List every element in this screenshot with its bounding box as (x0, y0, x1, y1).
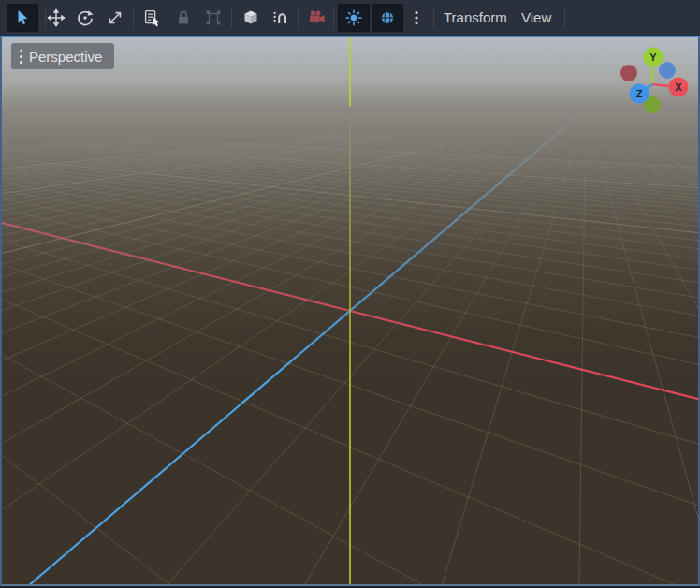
scale-icon (106, 8, 124, 27)
godot-3d-editor: Transform View Perspective YXZ (0, 0, 700, 588)
toolbar-separator (564, 7, 565, 28)
select-tool-button[interactable] (7, 4, 38, 32)
gizmo-axis-label: X (675, 81, 682, 93)
magnet-icon (271, 8, 290, 27)
list-select-icon (143, 8, 162, 27)
rotate-icon (76, 8, 95, 27)
toolbar-separator (298, 7, 299, 28)
cursor-icon (13, 8, 32, 27)
sun-icon (344, 8, 363, 27)
orientation-gizmo[interactable]: YXZ (605, 37, 699, 131)
move-icon (47, 8, 66, 27)
preview-settings-menu-button[interactable] (402, 4, 430, 32)
gizmo-negative-z-ball[interactable] (659, 62, 676, 79)
spatial-toolbar: Transform View (0, 0, 700, 36)
toolbar-separator (433, 7, 434, 28)
origin-axes (2, 37, 698, 584)
globe-icon (378, 8, 397, 27)
transform-menu[interactable]: Transform (438, 0, 513, 36)
view-menu[interactable]: View (516, 0, 557, 36)
group-icon (204, 8, 223, 27)
rotate-tool-button[interactable] (71, 4, 99, 32)
preview-sunlight-button[interactable] (338, 4, 370, 32)
lock-icon (174, 8, 193, 27)
move-tool-button[interactable] (42, 4, 70, 32)
toolbar-separator (333, 7, 334, 28)
group-button[interactable] (199, 4, 227, 32)
viewport-3d[interactable]: Perspective YXZ (0, 37, 700, 586)
gizmo-axis-label: Y (649, 51, 657, 63)
local-space-button[interactable] (237, 4, 265, 32)
snap-button[interactable] (267, 4, 295, 32)
kebab-menu-icon (20, 50, 22, 64)
projection-menu-button[interactable]: Perspective (11, 43, 114, 69)
viewport-canvas[interactable] (2, 37, 698, 584)
camera-icon (308, 8, 327, 27)
cube-icon (241, 8, 260, 27)
projection-label: Perspective (29, 49, 102, 65)
gizmo-axis-label: Z (636, 88, 643, 99)
list-select-tool-button[interactable] (139, 4, 167, 32)
toolbar-separator (231, 7, 232, 28)
preview-environment-button[interactable] (372, 4, 403, 32)
preview-camera-button[interactable] (303, 4, 331, 32)
lock-button[interactable] (169, 4, 197, 32)
kebab-menu-icon (407, 8, 426, 27)
gizmo-negative-x-ball[interactable] (620, 65, 637, 81)
toolbar-separator (133, 7, 134, 28)
scale-tool-button[interactable] (101, 4, 129, 32)
